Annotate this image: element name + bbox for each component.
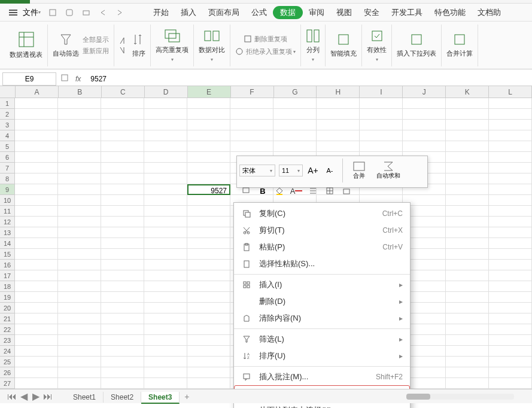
cell-F4[interactable] — [230, 130, 273, 141]
cell-A14[interactable] — [15, 238, 58, 249]
cell-K9[interactable] — [446, 184, 489, 195]
cell-B19[interactable] — [58, 292, 101, 303]
sort-desc-icon[interactable] — [119, 46, 129, 54]
cell-C13[interactable] — [101, 227, 144, 238]
cell-B23[interactable] — [58, 335, 101, 346]
row-header-18[interactable]: 18 — [0, 281, 15, 292]
row-header-5[interactable]: 5 — [0, 141, 15, 152]
cell-A5[interactable] — [15, 141, 58, 152]
cell-B12[interactable] — [58, 217, 101, 227]
cell-D16[interactable] — [144, 260, 187, 270]
format-button[interactable] — [340, 185, 353, 197]
row-header-27[interactable]: 27 — [0, 378, 15, 389]
cell-A8[interactable] — [15, 173, 58, 184]
cell-B7[interactable] — [58, 163, 101, 173]
cell-B22[interactable] — [58, 324, 101, 335]
sheet-nav-prev[interactable]: ◀ — [18, 391, 30, 402]
cell-I2[interactable] — [360, 109, 403, 120]
cell-B17[interactable] — [58, 270, 101, 281]
cell-L16[interactable] — [489, 260, 532, 270]
cell-I1[interactable] — [360, 98, 403, 109]
cell-D22[interactable] — [144, 324, 187, 335]
font-color-button[interactable]: A — [290, 185, 303, 197]
cell-J2[interactable] — [403, 109, 446, 120]
row-header-23[interactable]: 23 — [0, 335, 15, 346]
cell-L19[interactable] — [489, 292, 532, 303]
cell-K21[interactable] — [446, 313, 489, 324]
cell-A17[interactable] — [15, 270, 58, 281]
cell-A4[interactable] — [15, 130, 58, 141]
col-header-D[interactable]: D — [145, 86, 188, 98]
cell-C12[interactable] — [101, 217, 144, 227]
dropdown-insert-button[interactable]: 插入下拉列表 — [397, 32, 436, 58]
cell-K8[interactable] — [446, 173, 489, 184]
ctx-clear[interactable]: 清除内容(N)▸ — [234, 310, 410, 327]
cell-K13[interactable] — [446, 227, 489, 238]
cell-G4[interactable] — [273, 130, 317, 141]
sort-button[interactable]: 排序 — [132, 32, 145, 58]
reapply-button[interactable]: 重新应用 — [83, 47, 109, 56]
cell-K14[interactable] — [446, 238, 489, 249]
cell-C2[interactable] — [101, 109, 144, 120]
cell-E21[interactable] — [187, 313, 230, 324]
cell-E9[interactable]: 9527 — [187, 184, 230, 195]
select-all-corner[interactable] — [0, 86, 16, 98]
cell-E27[interactable] — [187, 378, 230, 389]
cell-A27[interactable] — [15, 378, 58, 389]
cell-K24[interactable] — [446, 346, 489, 357]
cell-J1[interactable] — [403, 98, 446, 109]
cell-L12[interactable] — [489, 217, 532, 227]
cell-A24[interactable] — [15, 346, 58, 357]
consolidate-button[interactable]: 合并计算 — [446, 32, 473, 58]
cell-L20[interactable] — [489, 303, 532, 313]
cell-H1[interactable] — [317, 98, 360, 109]
cell-D17[interactable] — [144, 270, 187, 281]
compare-button[interactable]: 数据对比▾ — [199, 29, 225, 62]
cell-C6[interactable] — [101, 152, 144, 163]
sort-asc-icon[interactable] — [119, 36, 129, 45]
cell-B20[interactable] — [58, 303, 101, 313]
cell-L22[interactable] — [489, 324, 532, 335]
cell-D19[interactable] — [144, 292, 187, 303]
row-header-3[interactable]: 3 — [0, 120, 15, 130]
cell-L11[interactable] — [489, 206, 532, 217]
col-header-F[interactable]: F — [231, 86, 274, 98]
cell-B14[interactable] — [58, 238, 101, 249]
col-header-B[interactable]: B — [59, 86, 102, 98]
cell-D12[interactable] — [144, 217, 187, 227]
row-header-6[interactable]: 6 — [0, 152, 15, 163]
cell-E12[interactable] — [187, 217, 230, 227]
cell-K25[interactable] — [446, 357, 489, 367]
row-header-1[interactable]: 1 — [0, 98, 15, 109]
cell-A16[interactable] — [15, 260, 58, 270]
print-preview-icon[interactable] — [62, 5, 77, 20]
bold-button[interactable]: B — [256, 185, 269, 197]
cell-L18[interactable] — [489, 281, 532, 292]
row-header-19[interactable]: 19 — [0, 292, 15, 303]
cell-C27[interactable] — [101, 378, 144, 389]
row-header-10[interactable]: 10 — [0, 195, 15, 206]
font-size-select[interactable]: 11▾ — [279, 165, 303, 176]
cell-B4[interactable] — [58, 130, 101, 141]
cell-D4[interactable] — [144, 130, 187, 141]
cell-E24[interactable] — [187, 346, 230, 357]
cell-J5[interactable] — [403, 141, 446, 152]
ctx-filter[interactable]: 筛选(L)▸ — [234, 331, 410, 348]
file-menu[interactable]: 文件 ▾ — [23, 7, 41, 18]
cell-B9[interactable] — [58, 184, 101, 195]
row-header-8[interactable]: 8 — [0, 173, 15, 184]
cell-K10[interactable] — [446, 195, 489, 206]
app-menu-icon[interactable] — [6, 5, 20, 20]
cell-E1[interactable] — [187, 98, 230, 109]
row-header-9[interactable]: 9 — [0, 184, 15, 195]
cell-D10[interactable] — [144, 195, 187, 206]
cell-L25[interactable] — [489, 357, 532, 367]
cell-K22[interactable] — [446, 324, 489, 335]
cell-H4[interactable] — [317, 130, 360, 141]
cell-D15[interactable] — [144, 249, 187, 260]
cell-D23[interactable] — [144, 335, 187, 346]
cell-L13[interactable] — [489, 227, 532, 238]
row-header-25[interactable]: 25 — [0, 357, 15, 367]
cell-C23[interactable] — [101, 335, 144, 346]
cell-K19[interactable] — [446, 292, 489, 303]
